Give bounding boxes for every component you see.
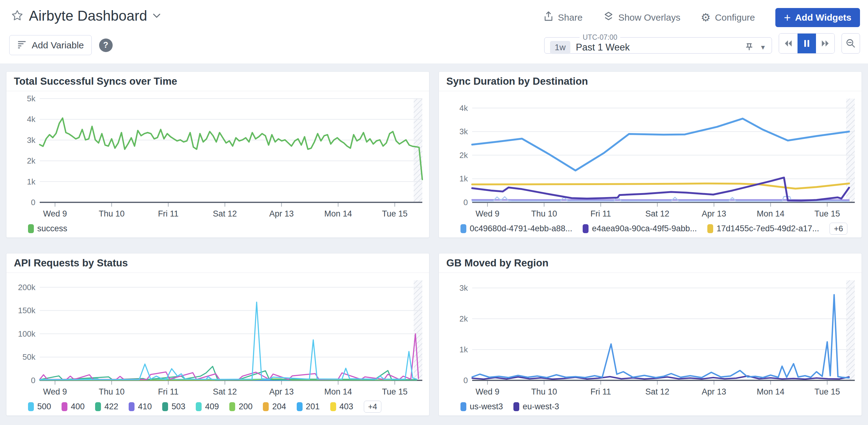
legend-swatch: [330, 402, 336, 411]
legend-swatch: [28, 224, 34, 233]
svg-text:5k: 5k: [27, 94, 36, 103]
svg-text:Wed 9: Wed 9: [475, 387, 500, 396]
add-widgets-label: Add Widgets: [795, 12, 851, 23]
svg-text:Sat 12: Sat 12: [646, 387, 670, 396]
configure-button[interactable]: ⚙ Configure: [701, 12, 755, 23]
timezone-label: UTC-07:00: [580, 33, 620, 41]
legend-item[interactable]: 200: [229, 402, 252, 412]
share-label: Share: [558, 12, 583, 23]
svg-text:3k: 3k: [27, 135, 36, 145]
legend-label: 500: [37, 402, 51, 412]
legend-overflow-badge[interactable]: +6: [830, 223, 847, 235]
svg-text:1k: 1k: [460, 174, 468, 183]
legend-item[interactable]: 201: [297, 402, 320, 412]
legend-item[interactable]: 204: [263, 402, 286, 412]
legend-item[interactable]: eu-west-3: [514, 402, 559, 412]
svg-text:1k: 1k: [460, 345, 468, 354]
legend-item[interactable]: 409: [196, 402, 219, 412]
svg-text:50k: 50k: [23, 352, 36, 362]
widget-total-successful-syncs: Total Successful Syncs over Time 01k2k3k…: [6, 71, 429, 238]
svg-text:Fri 11: Fri 11: [590, 387, 611, 396]
plus-icon: +: [784, 13, 791, 22]
svg-text:Apr 13: Apr 13: [702, 387, 726, 396]
svg-text:Apr 13: Apr 13: [269, 209, 294, 218]
svg-text:Fri 11: Fri 11: [158, 387, 179, 396]
svg-text:2k: 2k: [27, 156, 36, 165]
time-shift-controls: [779, 33, 835, 54]
svg-text:Tue 15: Tue 15: [814, 387, 840, 396]
svg-text:Apr 13: Apr 13: [702, 209, 726, 218]
legend-item[interactable]: 400: [62, 402, 85, 412]
legend-label: 400: [71, 402, 85, 412]
legend-item[interactable]: success: [28, 224, 67, 234]
svg-text:Wed 9: Wed 9: [43, 209, 67, 218]
svg-text:Tue 15: Tue 15: [382, 209, 407, 218]
legend-swatch: [95, 402, 101, 411]
svg-text:3k: 3k: [460, 283, 468, 293]
time-cluster: UTC-07:00 1w Past 1 Week ▼: [544, 33, 860, 54]
legend-swatch: [707, 224, 713, 233]
legend-swatch: [583, 224, 589, 233]
legend-swatch: [62, 402, 67, 411]
overlays-icon: [603, 11, 614, 24]
legend-overflow-badge[interactable]: +4: [364, 401, 382, 413]
legend-label: 0c49680d-4791-4ebb-a88...: [470, 224, 572, 234]
svg-text:Mon 14: Mon 14: [757, 387, 784, 396]
chart-canvas[interactable]: 01k2k3k4kWed 9Thu 10Fri 11Sat 12Apr 13Mo…: [439, 91, 862, 220]
header: Airbyte Dashboard Share Show Overlays ⚙ …: [0, 0, 868, 63]
svg-text:Sat 12: Sat 12: [213, 209, 237, 218]
chart-canvas[interactable]: 01k2k3k4k5kWed 9Thu 10Fri 11Sat 12Apr 13…: [6, 91, 429, 220]
legend-item[interactable]: 0c49680d-4791-4ebb-a88...: [461, 224, 572, 234]
add-variable-label: Add Variable: [32, 40, 84, 51]
legend-label: 422: [104, 402, 118, 412]
legend-swatch: [297, 402, 303, 411]
widget-title: API Requests by Status: [6, 253, 429, 273]
chart-canvas[interactable]: 050k100k150k200kWed 9Thu 10Fri 11Sat 12A…: [6, 273, 429, 398]
time-range-picker[interactable]: UTC-07:00 1w Past 1 Week ▼: [544, 33, 772, 54]
legend-label: us-west3: [470, 402, 503, 412]
chart-legend: 500400422410503409200204201403+4: [6, 398, 429, 416]
legend-item[interactable]: 410: [129, 402, 152, 412]
widget-title: Sync Duration by Destination: [439, 72, 862, 91]
legend-item[interactable]: 503: [162, 402, 185, 412]
widget-gb-moved-by-region: GB Moved by Region 01k2k3kWed 9Thu 10Fri…: [439, 253, 862, 416]
add-widgets-button[interactable]: + Add Widgets: [775, 8, 860, 27]
favorite-star-icon[interactable]: [11, 9, 23, 22]
time-forward-button[interactable]: [816, 34, 834, 53]
legend-label: 200: [239, 402, 252, 412]
legend-label: 503: [172, 402, 185, 412]
share-button[interactable]: Share: [543, 11, 583, 24]
legend-item[interactable]: 500: [28, 402, 51, 412]
show-overlays-button[interactable]: Show Overlays: [603, 11, 681, 24]
legend-item[interactable]: e4aea90a-90ca-49f5-9abb...: [583, 224, 697, 234]
header-actions: Share Show Overlays ⚙ Configure + Add Wi…: [543, 8, 860, 27]
configure-label: Configure: [715, 12, 755, 23]
pin-icon[interactable]: [744, 42, 754, 53]
svg-text:2k: 2k: [460, 314, 468, 323]
legend-item[interactable]: us-west3: [461, 402, 503, 412]
svg-text:0: 0: [464, 376, 468, 385]
svg-text:Fri 11: Fri 11: [158, 209, 179, 218]
legend-swatch: [514, 402, 519, 411]
time-backward-button[interactable]: [779, 34, 798, 53]
time-dropdown-caret-icon[interactable]: ▼: [760, 44, 766, 51]
svg-text:Thu 10: Thu 10: [531, 387, 557, 396]
svg-text:100k: 100k: [18, 329, 36, 338]
legend-swatch: [28, 402, 34, 411]
time-pause-button[interactable]: [798, 34, 816, 53]
svg-text:Sat 12: Sat 12: [213, 387, 237, 396]
svg-text:0: 0: [31, 198, 35, 207]
svg-text:3k: 3k: [460, 127, 468, 136]
legend-item[interactable]: 403: [330, 402, 353, 412]
zoom-out-button[interactable]: [841, 33, 860, 54]
title-chevron-down-icon[interactable]: [153, 13, 161, 19]
svg-text:Wed 9: Wed 9: [475, 209, 500, 218]
time-range-chip[interactable]: 1w: [550, 41, 570, 54]
legend-item[interactable]: 17d1455c-7ed5-49d2-a17...: [707, 224, 819, 234]
share-icon: [543, 11, 554, 24]
chart-canvas[interactable]: 01k2k3kWed 9Thu 10Fri 11Sat 12Apr 13Mon …: [439, 273, 862, 398]
add-variable-button[interactable]: Add Variable: [9, 35, 92, 55]
svg-text:Mon 14: Mon 14: [757, 209, 784, 218]
help-icon[interactable]: ?: [99, 38, 113, 52]
legend-item[interactable]: 422: [95, 402, 118, 412]
